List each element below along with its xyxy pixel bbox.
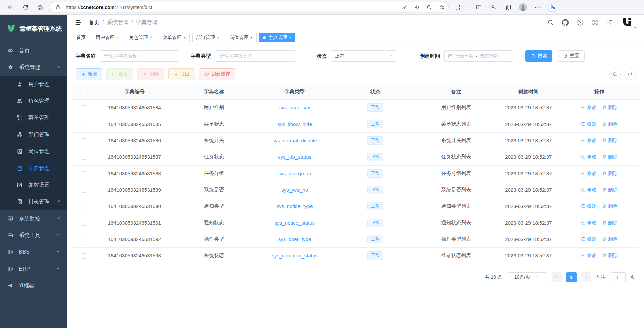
password-key-icon[interactable] <box>400 3 409 12</box>
row-checkbox[interactable] <box>81 204 86 209</box>
browser-refresh-icon[interactable] <box>19 2 31 13</box>
row-edit-button[interactable]: 修改 <box>581 252 597 259</box>
dict-name-input[interactable] <box>100 50 179 62</box>
status-select[interactable]: 正常 <box>331 50 397 62</box>
row-edit-button[interactable]: 修改 <box>581 203 597 209</box>
split-screen-icon[interactable] <box>473 2 485 13</box>
row-edit-button[interactable]: 修改 <box>581 104 597 111</box>
tab-close-icon[interactable]: × <box>150 35 153 40</box>
browser-back-icon[interactable] <box>5 2 16 13</box>
copilot-icon[interactable] <box>547 2 558 13</box>
row-delete-button[interactable]: 删除 <box>602 121 618 127</box>
page-size-select[interactable]: 10条/页 <box>507 272 547 282</box>
sidebar-item-role[interactable]: 角色管理 <box>0 93 67 109</box>
sidebar-item-config[interactable]: 参数设置 <box>0 177 67 193</box>
sidebar-item-user[interactable]: 用户管理 <box>0 76 67 93</box>
search-button[interactable]: 搜索 <box>525 50 552 62</box>
current-page-button[interactable]: 1 <box>566 272 577 282</box>
row-edit-button[interactable]: 修改 <box>581 236 597 242</box>
sidebar-item-yi[interactable]: Yi框架 <box>0 277 67 294</box>
sidebar-fold-icon[interactable] <box>75 19 82 26</box>
row-checkbox[interactable] <box>81 237 86 242</box>
fullscreen-icon[interactable] <box>592 19 598 26</box>
goto-page-input[interactable] <box>610 272 626 282</box>
row-checkbox[interactable] <box>81 155 86 160</box>
row-delete-button[interactable]: 删除 <box>602 137 618 144</box>
dict-type-link[interactable]: sys_show_hide <box>277 121 312 127</box>
row-checkbox[interactable] <box>81 138 86 143</box>
user-avatar[interactable]: ⌄ <box>621 16 637 29</box>
sidebar-item-erp[interactable]: ERP <box>0 261 67 277</box>
reset-button[interactable]: 重置 <box>558 50 585 62</box>
dict-type-link[interactable]: sys_normal_disable <box>272 138 317 143</box>
dict-type-link[interactable]: sys_user_sex <box>279 105 310 110</box>
add-favorite-star-icon[interactable] <box>437 3 446 12</box>
row-delete-button[interactable]: 删除 <box>602 203 618 209</box>
sidebar-item-dept[interactable]: 部门管理 <box>0 126 67 143</box>
refresh-cache-button[interactable]: 刷新缓存 <box>199 68 235 80</box>
dict-type-link[interactable]: sys_notice_type <box>277 203 313 209</box>
row-checkbox[interactable] <box>81 188 86 193</box>
row-delete-button[interactable]: 删除 <box>602 104 618 111</box>
sidebar-item-bbs[interactable]: BBS <box>0 244 67 261</box>
next-page-button[interactable] <box>581 272 591 282</box>
delete-button[interactable]: 删除 <box>137 68 164 80</box>
tab-岗位管理[interactable]: 岗位管理× <box>226 33 257 42</box>
tab-角色管理[interactable]: 角色管理× <box>126 33 156 42</box>
dict-type-link[interactable]: sys_oper_type <box>278 236 311 242</box>
row-edit-button[interactable]: 修改 <box>581 121 597 127</box>
row-delete-button[interactable]: 删除 <box>602 154 618 160</box>
row-edit-button[interactable]: 修改 <box>581 220 597 226</box>
sidebar-item-system[interactable]: 系统管理 <box>0 59 67 76</box>
row-checkbox[interactable] <box>81 221 86 226</box>
tab-首页[interactable]: 首页 <box>73 33 89 42</box>
row-checkbox[interactable] <box>81 105 86 110</box>
sidebar-item-home[interactable]: 首页 <box>0 42 67 59</box>
row-checkbox[interactable] <box>81 253 86 259</box>
row-checkbox[interactable] <box>81 171 86 176</box>
dict-type-link[interactable]: sys_job_group <box>278 171 311 176</box>
sidebar-item-menu[interactable]: 菜单管理 <box>0 109 67 126</box>
extensions-icon[interactable] <box>452 2 463 13</box>
browser-home-icon[interactable] <box>34 2 46 13</box>
breadcrumb-home[interactable]: 首页 <box>89 19 99 26</box>
row-edit-button[interactable]: 修改 <box>581 170 597 177</box>
zoom-out-icon[interactable] <box>424 3 434 12</box>
dict-type-link[interactable]: sys_yes_no <box>281 187 308 193</box>
row-delete-button[interactable]: 删除 <box>602 170 618 177</box>
refresh-table-button[interactable] <box>624 68 636 80</box>
header-search-icon[interactable] <box>547 19 554 26</box>
browser-profile-avatar[interactable] <box>517 2 529 13</box>
breadcrumb-system[interactable]: 系统管理 <box>107 19 128 26</box>
sidebar-item-dict[interactable]: 字典管理 <box>0 160 67 177</box>
date-range-picker[interactable]: 开始日期 - 结束日期 <box>444 50 513 62</box>
row-delete-button[interactable]: 删除 <box>602 236 618 242</box>
tab-菜单管理[interactable]: 菜单管理× <box>159 33 190 42</box>
prev-page-button[interactable] <box>552 272 562 282</box>
favorites-list-icon[interactable] <box>488 2 499 13</box>
row-checkbox[interactable] <box>81 122 86 127</box>
dict-type-input[interactable] <box>215 50 296 62</box>
row-edit-button[interactable]: 修改 <box>581 154 597 160</box>
font-size-icon[interactable] <box>606 19 613 26</box>
dict-type-link[interactable]: sys_common_status <box>272 253 318 259</box>
address-bar[interactable]: https://ccnetcore.com:1101/system/dict <box>49 2 449 12</box>
tab-close-icon[interactable]: × <box>250 35 253 40</box>
tab-close-icon[interactable]: × <box>183 35 186 40</box>
export-button[interactable]: 导出 <box>168 68 195 80</box>
read-aloud-icon[interactable] <box>412 3 421 12</box>
row-edit-button[interactable]: 修改 <box>581 187 597 193</box>
sidebar-item-monitor[interactable]: 系统监控 <box>0 210 67 227</box>
row-delete-button[interactable]: 删除 <box>602 220 618 226</box>
tab-用户管理[interactable]: 用户管理× <box>92 33 123 42</box>
help-icon[interactable] <box>577 19 584 26</box>
tab-close-icon[interactable]: × <box>289 35 292 40</box>
row-delete-button[interactable]: 删除 <box>602 252 618 259</box>
dict-type-link[interactable]: sys_notice_status <box>275 220 315 226</box>
select-all-checkbox[interactable] <box>81 90 86 95</box>
edit-button[interactable]: 修改 <box>106 68 133 80</box>
tab-close-icon[interactable]: × <box>117 35 119 40</box>
row-edit-button[interactable]: 修改 <box>581 137 597 144</box>
add-button[interactable]: 新增 <box>76 68 102 80</box>
tab-close-icon[interactable]: × <box>217 35 220 40</box>
